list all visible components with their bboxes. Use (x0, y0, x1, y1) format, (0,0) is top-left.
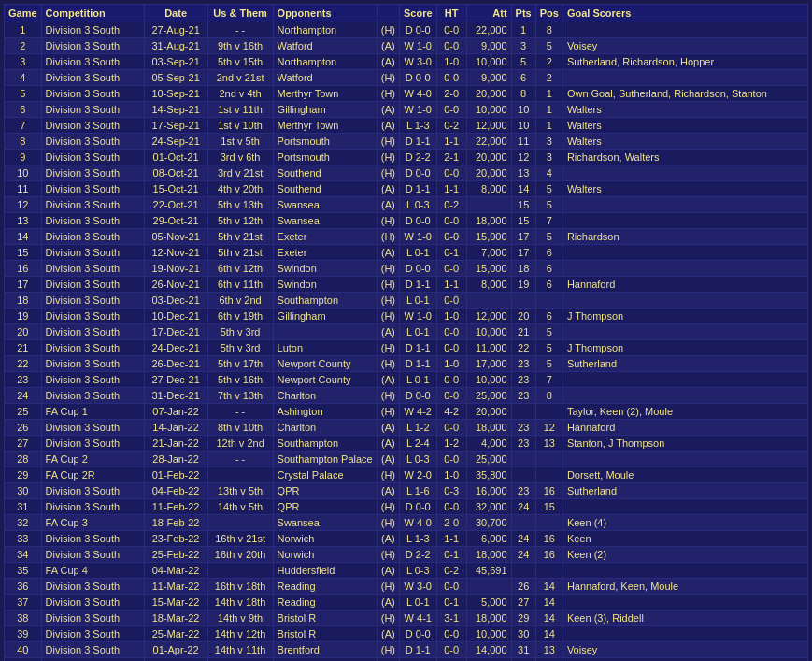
cell-opponents: Bristol R (273, 611, 377, 626)
cell-ht: 0-0 (436, 324, 466, 340)
cell-pos (535, 404, 563, 420)
cell-scorers: Keen (2) (563, 547, 807, 563)
cell-us-them: 4th v 20th (207, 181, 273, 197)
cell-game: 4 (5, 70, 42, 86)
cell-opponents: QPR (273, 499, 377, 515)
cell-att: 18,000 (466, 547, 511, 563)
cell-date: 11-Mar-22 (144, 579, 207, 595)
cell-competition: Division 3 South (41, 54, 144, 70)
cell-ht: 1-1 (436, 134, 466, 150)
cell-scorers: Sutherland, Richardson, Hopper (563, 54, 807, 70)
cell-pos: 7 (535, 213, 563, 229)
cell-score: D 0-0 (400, 165, 437, 181)
cell-score: W 1-0 (400, 229, 437, 245)
cell-scorers (563, 658, 807, 662)
cell-opponents: Reading (273, 595, 377, 611)
cell-pts: 10 (511, 102, 535, 118)
cell-game: 11 (5, 181, 42, 197)
cell-pos: 7 (535, 372, 563, 388)
cell-ht: 0-0 (436, 22, 466, 38)
cell-ha: (H) (377, 150, 399, 165)
cell-att: 4,000 (466, 436, 511, 452)
cell-opponents: Swansea (273, 515, 377, 531)
cell-opponents: Southampton (273, 436, 377, 452)
cell-ht: 1-0 (436, 356, 466, 372)
cell-ht: 0-3 (436, 483, 466, 499)
cell-competition: Division 3 South (41, 595, 144, 611)
table-row: 9Division 3 South01-Oct-213rd v 6thPorts… (5, 150, 808, 165)
table-row: 35FA Cup 404-Mar-22Huddersfield(A)L 0-30… (5, 563, 808, 579)
cell-ha: (H) (377, 356, 399, 372)
cell-opponents: Newport County (273, 356, 377, 372)
cell-competition: FA Cup 1 (41, 404, 144, 420)
cell-ha: (A) (377, 245, 399, 261)
cell-ha: (A) (377, 595, 399, 611)
cell-pos: 6 (535, 309, 563, 324)
cell-us-them (207, 563, 273, 579)
cell-score: L 0-1 (400, 595, 437, 611)
cell-scorers: Voisey (563, 38, 807, 54)
cell-ht: 0-0 (436, 213, 466, 229)
cell-pts: 29 (511, 611, 535, 626)
table-row: 39Division 3 South25-Mar-2214th v 12thBr… (5, 626, 808, 642)
table-row: 28FA Cup 228-Jan-22- -Southampton Palace… (5, 452, 808, 467)
cell-pts: 19 (511, 277, 535, 293)
cell-pts: 27 (511, 595, 535, 611)
cell-game: 41 (5, 658, 42, 662)
cell-date: 18-Mar-22 (144, 611, 207, 626)
cell-score: W 1-0 (400, 309, 437, 324)
cell-pts (511, 404, 535, 420)
cell-competition: Division 3 South (41, 547, 144, 563)
table-row: 27Division 3 South21-Jan-2212th v 2ndSou… (5, 436, 808, 452)
cell-att: 8,000 (466, 277, 511, 293)
cell-game: 12 (5, 197, 42, 213)
cell-att: 12,000 (466, 118, 511, 134)
cell-att (466, 579, 511, 595)
cell-pts: 23 (511, 356, 535, 372)
cell-score: D 1-1 (400, 642, 437, 658)
cell-scorers (563, 595, 807, 611)
cell-us-them: 14th v 11th (207, 642, 273, 658)
cell-opponents: Reading (273, 579, 377, 595)
header-game: Game (5, 5, 42, 22)
cell-att: 22,000 (466, 134, 511, 150)
cell-score: D 1-1 (400, 134, 437, 150)
cell-ht: 0-1 (436, 595, 466, 611)
cell-pts: 14 (511, 181, 535, 197)
cell-competition: Division 3 South (41, 134, 144, 150)
cell-game: 39 (5, 626, 42, 642)
table-row: 15Division 3 South12-Nov-215th v 21stExe… (5, 245, 808, 261)
cell-ht: 0-0 (436, 626, 466, 642)
cell-competition: Division 3 South (41, 86, 144, 102)
cell-ht: 0-0 (436, 420, 466, 436)
cell-pos: 14 (535, 595, 563, 611)
cell-att: 20,000 (466, 404, 511, 420)
header-ha (377, 5, 399, 22)
cell-ht: 0-1 (436, 547, 466, 563)
cell-scorers (563, 165, 807, 181)
cell-pos: 3 (535, 134, 563, 150)
table-row: 33Division 3 South23-Feb-2216th v 21stNo… (5, 531, 808, 547)
cell-pts: 31 (511, 658, 535, 662)
cell-score: L 1-2 (400, 420, 437, 436)
table-row: 12Division 3 South22-Oct-215th v 13thSwa… (5, 197, 808, 213)
cell-score: D 2-2 (400, 547, 437, 563)
cell-us-them: 2nd v 21st (207, 70, 273, 86)
cell-competition: Division 3 South (41, 356, 144, 372)
cell-ha: (A) (377, 197, 399, 213)
cell-pos: 3 (535, 150, 563, 165)
cell-att: 18,000 (466, 611, 511, 626)
cell-opponents: Merthyr Town (273, 118, 377, 134)
cell-pts: 6 (511, 70, 535, 86)
cell-competition: Division 3 South (41, 388, 144, 404)
table-row: 13Division 3 South29-Oct-215th v 12thSwa… (5, 213, 808, 229)
cell-scorers (563, 197, 807, 213)
cell-us-them: 14th v 9th (207, 611, 273, 626)
cell-score: D 1-1 (400, 277, 437, 293)
cell-opponents: Exeter (273, 245, 377, 261)
cell-competition: Division 3 South (41, 611, 144, 626)
cell-opponents: Brentford (273, 642, 377, 658)
table-row: 8Division 3 South24-Sep-211st v 5thPorts… (5, 134, 808, 150)
cell-pos: 16 (535, 531, 563, 547)
cell-date: 26-Dec-21 (144, 356, 207, 372)
